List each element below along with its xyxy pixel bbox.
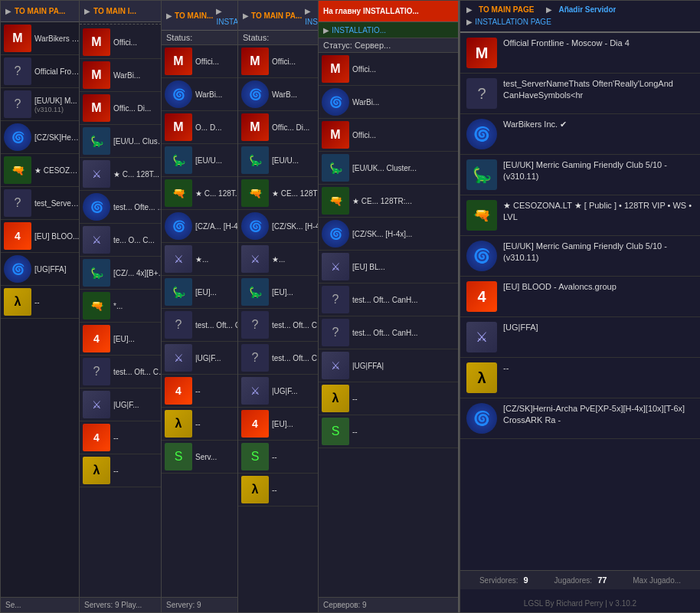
list-item[interactable]: 4-- [80, 421, 169, 454]
server-icon: 🌀 [83, 193, 110, 221]
list-item[interactable]: 🌀[CZ/SK]Herni-Archa PvE[XP-5x][H-4x][10x… [460, 398, 700, 439]
list-item[interactable]: 🌀test... Ofte... CanH... [80, 191, 169, 224]
list-item[interactable]: λ-- [80, 454, 169, 487]
install-link-p6[interactable]: INSTALLATION PAGE [475, 18, 551, 26]
list-item[interactable]: ?Official Fron... [1, 55, 83, 88]
server-icon: ? [4, 57, 31, 85]
list-item[interactable]: ?test_ServerN... CanHaveS... tmlUnlessE.… [1, 187, 83, 220]
list-item[interactable]: 🔫★ CESOZO... [1, 154, 83, 187]
list-item[interactable]: 4[EU] BLOO... [1, 220, 83, 253]
server-info: |UG|FFA| [352, 361, 455, 371]
list-item[interactable]: 🦕[EU/UK] Merric Gaming Friendly Club 5/1… [460, 155, 700, 195]
list-item[interactable]: 🌀[CZ/SK]Hern... CrossARK R [1, 121, 83, 154]
main-page-link-p3[interactable]: TO MAIN... [175, 11, 213, 20]
panel-2-header: ▶ TO MAIN I... [80, 1, 169, 22]
server-icon: ⚔ [165, 344, 192, 372]
server-name: -- [352, 394, 455, 404]
list-item[interactable]: ?test_ServerNameThats Often'Really'LongA… [460, 74, 700, 114]
list-item[interactable]: 🦕[CZ/... 4x][B+... [80, 257, 169, 290]
list-item[interactable]: ⚔★ C... 128T... [80, 158, 169, 191]
server-icon: 4 [165, 377, 192, 405]
panel-6-header: ▶ TO MAIN PAGE ▶ Añadir Servidor ▶ INSTA… [460, 1, 700, 33]
server-icon: S [322, 418, 349, 445]
server-icon: 🔫 [241, 179, 269, 207]
list-item[interactable]: 🌀[UG|FFA] [1, 253, 83, 286]
list-item[interactable]: 🔫*... [80, 290, 169, 323]
list-item[interactable]: 🌀WarBikers Inc. ✔ [460, 114, 700, 155]
list-item[interactable]: ?[EU/UK] M...(v310.11) [1, 88, 83, 121]
main-page-link-p6[interactable]: TO MAIN PAGE [479, 5, 534, 14]
server-icon: M [83, 28, 110, 56]
install-link-p5[interactable]: INSTALLATIO... [332, 26, 386, 34]
list-item[interactable]: 🔫★ CESOZONA.LT ★ [ Public ] • 128TR VIP … [460, 195, 700, 236]
server-icon: 🌀 [4, 255, 31, 283]
server-icon: 🌀 [466, 403, 497, 434]
list-item[interactable]: 🦕[EU/U... Cluste... [80, 125, 169, 158]
server-icon: M [83, 61, 110, 89]
panel-2: ▶ TO MAIN I... MOffici...MWarBi...MOffic… [79, 0, 171, 613]
server-icon: S [165, 443, 192, 470]
list-item[interactable]: 🌀[EU/UK] Merric Gaming Friendly Club 5/1… [460, 236, 700, 277]
list-item[interactable]: MOffici... [80, 26, 169, 59]
list-item[interactable]: ?test... Oft... Can... [80, 356, 169, 388]
list-item[interactable]: ⚔te... O... C... [80, 224, 169, 257]
add-server-link-p6[interactable]: Añadir Servidor [558, 5, 616, 14]
server-name: Official Fron... [34, 67, 80, 77]
list-item[interactable]: 🌀[CZ/SK... [H-4x]... [319, 218, 458, 251]
status-text-p5: Статус: Сервер... [323, 41, 391, 50]
server-icon: ? [241, 344, 269, 372]
list-item[interactable]: ?test... Oft... CanH... [319, 284, 458, 316]
list-item[interactable]: MOffici... [319, 53, 458, 86]
server-info: WarBi... [352, 97, 455, 107]
server-icon: 🌀 [241, 80, 269, 108]
list-item[interactable]: ⚔[EU] BL... [319, 251, 458, 284]
list-item[interactable]: MOfficial Frontline - Moscow - Dia 4 [460, 33, 700, 74]
list-item[interactable]: 🔫★ CE... 128TR:... [319, 185, 458, 218]
server-info: [EU]... [113, 334, 166, 344]
server-info: test... Oft... Can... [113, 367, 166, 377]
server-icon: ⚔ [165, 245, 192, 273]
server-icon: M [241, 48, 269, 75]
main-page-link-p4[interactable]: TO MAIN PA... [251, 11, 302, 20]
list-item[interactable]: ?test... Oft... CanH... [319, 316, 458, 349]
server-name: test_ServerNameThats Often'Really'LongAn… [503, 78, 694, 102]
server-name: WarBikers Inc. ✔ [503, 119, 567, 130]
list-item[interactable]: MWarBikers In... [1, 22, 83, 55]
server-name: Offici... [352, 130, 455, 140]
server-icon: 🌀 [322, 220, 349, 247]
list-item[interactable]: MOffici... [319, 119, 458, 152]
list-item[interactable]: MOffic... Di... [80, 92, 169, 125]
server-icon: 🦕 [241, 146, 269, 174]
server-name: ★ CESOZONA.LT ★ [ Public ] • 128TR VIP •… [503, 200, 694, 224]
server-name: [EU/UK] Merric Gaming Friendly Club 5/10… [503, 159, 694, 183]
list-item[interactable]: 4[EU] BLOOD - Avaloncs.group [460, 277, 700, 317]
list-item[interactable]: λ-- [460, 358, 700, 398]
server-name: [CZ/SK]Herni-Archa PvE[XP-5x][H-4x][10x]… [503, 403, 694, 427]
server-icon: 🔫 [322, 187, 349, 215]
list-item[interactable]: 🦕[EU/UK... Cluster... [319, 152, 458, 185]
stat-servers: Servidores: 9 [479, 575, 528, 585]
server-name: [EU/UK... Cluster... [352, 163, 455, 173]
list-item[interactable]: ⚔[UG|FFA] [460, 317, 700, 358]
main-page-link-p2[interactable]: TO MAIN I... [93, 7, 136, 15]
list-item[interactable]: S-- [319, 415, 458, 448]
server-icon: 4 [241, 410, 269, 438]
server-name: [UG|FFA] [34, 264, 80, 274]
list-item[interactable]: λ-- [319, 382, 458, 415]
list-item[interactable]: 4[EU]... [80, 323, 169, 356]
footer-text-p1: Se... [5, 601, 21, 609]
list-item[interactable]: MWarBi... [80, 59, 169, 92]
list-item[interactable]: ⚔|UG|F... [80, 388, 169, 421]
list-item[interactable]: λ-- [1, 286, 83, 319]
server-icon: M [165, 113, 192, 141]
server-name: -- [113, 466, 166, 476]
active-nav-p5[interactable]: На главну INSTALLATIO... [323, 7, 419, 15]
panel-5: На главну INSTALLATIO... ▶ INSTALLATIO..… [318, 0, 460, 613]
arrow-icon-p4: ▶ [243, 11, 249, 20]
server-name: te... O... C... [113, 235, 166, 245]
main-page-link-p1[interactable]: TO MAIN PA... [15, 7, 65, 15]
list-item[interactable]: 🌀WarBi... [319, 86, 458, 119]
list-item[interactable]: ⚔|UG|FFA| [319, 349, 458, 382]
server-info: [CZ/SK]Hern... CrossARK R [34, 133, 80, 143]
server-info: [EU/UK... Cluster... [352, 163, 455, 173]
